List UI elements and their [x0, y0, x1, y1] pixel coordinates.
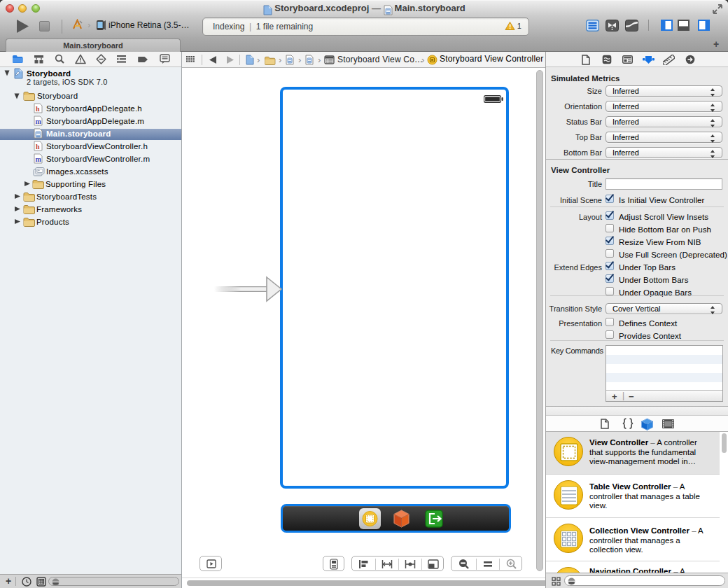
svg-text:h: h — [36, 105, 40, 113]
svg-text:h: h — [36, 143, 40, 150]
svg-text:m: m — [35, 118, 41, 125]
svg-text:m: m — [35, 155, 41, 163]
